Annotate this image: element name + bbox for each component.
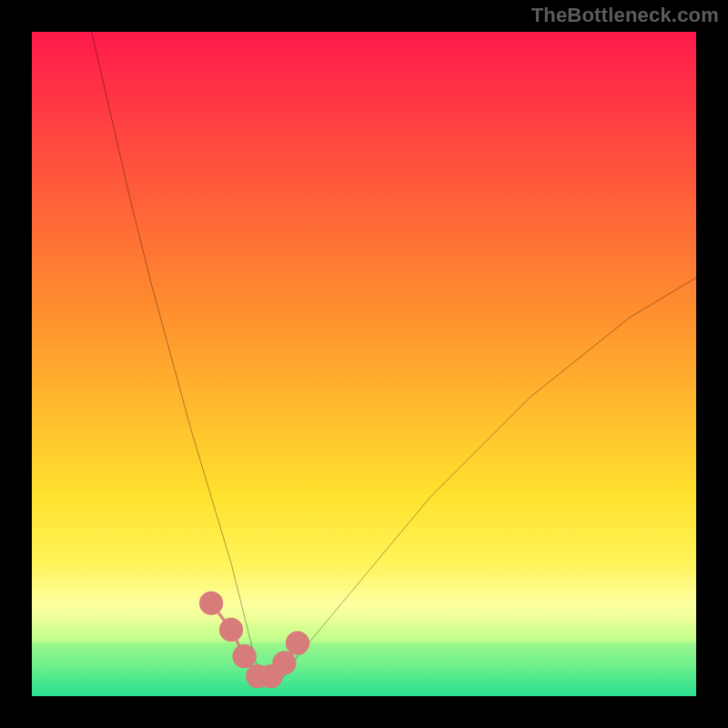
highlight-dot: [232, 644, 256, 668]
highlight-dot: [286, 631, 309, 654]
highlight-dot: [219, 618, 243, 642]
chart-frame: TheBottleneck.com: [0, 0, 728, 728]
watermark-text: TheBottleneck.com: [531, 4, 719, 27]
band-pale: [32, 603, 696, 623]
band-green: [32, 643, 696, 660]
plot-background: [32, 32, 696, 696]
chart-canvas: [32, 32, 696, 696]
highlight-dot: [272, 651, 296, 674]
highlight-dot: [199, 592, 223, 615]
